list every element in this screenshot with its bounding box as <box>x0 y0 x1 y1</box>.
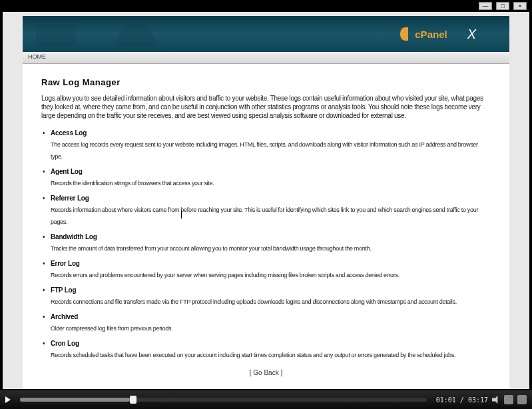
volume-icon[interactable] <box>492 396 500 404</box>
cpanel-header-banner: cPanel X <box>23 16 509 52</box>
list-item: Archived Older compressed log files from… <box>41 313 491 333</box>
log-list: Access Log The access log records every … <box>41 129 491 360</box>
log-description: Records information about where visitors… <box>51 206 478 225</box>
browser-chrome: cPanel X HOME Raw Log Manager Logs allow… <box>3 12 529 389</box>
log-name[interactable]: Agent Log <box>51 168 491 175</box>
header-decoration <box>36 19 222 49</box>
log-name[interactable]: Error Log <box>51 260 491 267</box>
log-description: Tracks the amount of data transferred fr… <box>51 245 372 252</box>
fullscreen-button[interactable] <box>517 395 527 404</box>
text-cursor-icon <box>181 210 182 218</box>
log-description: Older compressed log files from previous… <box>51 325 172 332</box>
time-display: 01:01 / 03:17 <box>436 396 488 404</box>
list-item: Cron Log Records scheduled tasks that ha… <box>41 340 491 360</box>
play-button[interactable] <box>5 396 11 403</box>
intro-paragraph: Logs allow you to see detailed informati… <box>41 94 491 120</box>
log-description: The access log records every request sen… <box>51 141 478 160</box>
log-name[interactable]: Access Log <box>51 129 491 137</box>
settings-button[interactable] <box>504 395 513 404</box>
maximize-button[interactable]: □ <box>496 2 509 10</box>
browser-viewport: cPanel X HOME Raw Log Manager Logs allow… <box>3 12 529 389</box>
log-name[interactable]: Archived <box>51 313 491 320</box>
list-item: Bandwidth Log Tracks the amount of data … <box>41 233 491 253</box>
go-back-link[interactable]: [ Go Back ] <box>41 369 491 376</box>
log-description: Records connections and file transfers m… <box>51 298 457 305</box>
list-item: FTP Log Records connections and file tra… <box>41 286 491 306</box>
video-player-controls: 01:01 / 03:17 <box>0 390 532 409</box>
progress-fill <box>20 398 130 402</box>
breadcrumb-home[interactable]: HOME <box>28 53 46 60</box>
close-button[interactable]: × <box>513 2 527 10</box>
log-name[interactable]: Cron Log <box>51 340 491 347</box>
minimize-button[interactable]: — <box>479 2 492 10</box>
window-titlebar: — □ × <box>473 0 532 12</box>
breadcrumb-bar: HOME <box>23 52 509 64</box>
list-item: Referrer Log Records information about w… <box>41 195 491 226</box>
log-name[interactable]: Referrer Log <box>51 195 491 202</box>
progress-bar[interactable] <box>20 398 427 402</box>
page-content: Raw Log Manager Logs allow you to see de… <box>23 64 509 389</box>
video-player-frame: — □ × cPanel X HOME <box>0 0 532 409</box>
cpanel-logo-icon <box>399 26 412 42</box>
log-description: Records the identification strings of br… <box>51 180 214 187</box>
list-item: Error Log Records errors and problems en… <box>41 260 491 280</box>
cpanel-logo: cPanel <box>399 26 447 42</box>
progress-thumb[interactable] <box>130 396 136 404</box>
log-description: Records errors and problems encountered … <box>51 272 399 278</box>
cpanel-logo-text: cPanel <box>415 29 447 40</box>
log-description: Records scheduled tasks that have been e… <box>51 352 455 358</box>
theme-badge: X <box>467 27 476 42</box>
log-name[interactable]: Bandwidth Log <box>51 233 491 240</box>
page-title: Raw Log Manager <box>41 77 491 87</box>
log-name[interactable]: FTP Log <box>51 286 491 294</box>
list-item: Agent Log Records the identification str… <box>41 168 491 188</box>
list-item: Access Log The access log records every … <box>41 129 491 161</box>
